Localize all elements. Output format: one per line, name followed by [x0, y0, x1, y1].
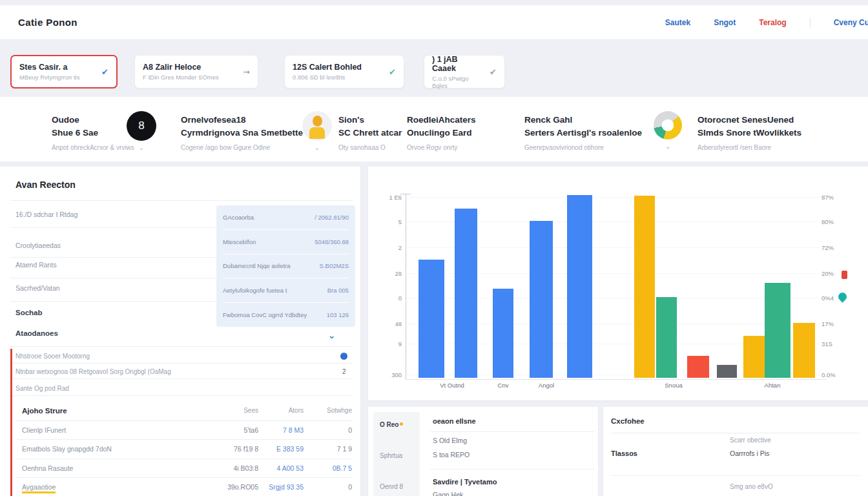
bottom-mid-sidebar-item-3[interactable]: Oenrd 8	[380, 483, 403, 490]
field-row-1[interactable]: 16./D sdchar I Rtdag	[16, 211, 78, 218]
stat-card-3[interactable]: 12S Calert Bohled0.806 SD bl lesrBts✔	[284, 55, 404, 88]
top-bar: Catie Ponon SautekSngotTeralogCveny Cuen	[0, 5, 868, 40]
table-cell: 39o.RO05	[213, 483, 258, 491]
table-row-name[interactable]: Ematbols Slay gnapgdd 7doN	[22, 445, 112, 453]
bottom-mid-row-title: oeaon ellsne	[433, 417, 476, 425]
stat-card-subtitle: C.o.0 sPwtgo Bqles	[432, 75, 483, 89]
y-axis-tick: 28	[375, 270, 402, 277]
chart-bar-1	[418, 260, 444, 378]
field-divider	[10, 257, 216, 258]
feature-title: Ornelvofesea18	[181, 114, 303, 127]
field-row-2[interactable]: Croolytiaeedas	[16, 242, 61, 249]
section-divider	[10, 346, 353, 347]
summary-row-3: Dubamecntl Njqe aoletraS.B02M2S	[223, 254, 349, 279]
info-dot-icon[interactable]	[340, 353, 347, 360]
yellow-dot-icon	[400, 422, 403, 426]
chart-bar-10	[743, 336, 765, 378]
summary-value: 5048/360.88	[315, 238, 349, 245]
summary-label: Fwbomoa CovC ogrrd Ydbdtey	[223, 311, 307, 318]
summary-value: S.B02M2S	[320, 262, 349, 269]
feature-title: Oudoe	[52, 114, 134, 127]
right-axis-tick: 0.0%	[822, 371, 836, 378]
mini-caret-icon: ⌄	[302, 145, 332, 151]
bottom-mid-divider	[430, 431, 594, 432]
feature-item-9: Otorocnet SenesUenedSlmds Snore tWovlikk…	[698, 114, 801, 151]
table-row-divider	[16, 439, 353, 440]
feature-title: Serters Aertisgl's rsoalenloe	[524, 127, 642, 140]
person-icon-body	[302, 111, 332, 141]
field-divider	[10, 227, 216, 228]
pie-chart-icon: ⌄	[654, 111, 682, 150]
feature-title: Renck Gahl	[524, 114, 642, 127]
bottom-mid-row-line: S Old Elmg	[433, 437, 467, 444]
person-torso	[309, 127, 325, 139]
bottom-mid-sidebar-item-2[interactable]: Sphrtua	[380, 452, 402, 459]
extra-row-2[interactable]: Ntnbar wetxognoa 08 Retgoavol Sorg Ongbg…	[16, 368, 171, 375]
table-cell: Srgjd 93 35	[258, 483, 304, 491]
feature-title: Sion's	[338, 114, 402, 127]
stat-card-text: ) 1 jAB CaaekC.o.0 sPwtgo Bqles	[432, 55, 483, 89]
field-row-3[interactable]: Ataend Rants	[16, 261, 57, 269]
stat-card-title: Stes Casir. a	[19, 63, 79, 72]
field-divider	[10, 301, 216, 302]
legend-red-marker	[842, 271, 847, 279]
table-cell: 0	[307, 426, 352, 434]
extra-row-3[interactable]: Sante Og pod Rad	[16, 385, 69, 392]
y-axis-tick: 48	[375, 320, 402, 327]
y-axis-tick: 0	[375, 294, 402, 302]
nav-links: SautekSngotTeralogCveny Cuen	[665, 17, 868, 28]
table-row-divider	[16, 459, 353, 459]
bottom-mid-panel: O ReoSphrtuaOenrd 8 oeaon ellsneS Old El…	[368, 407, 598, 496]
extra-row-badge: 2	[342, 368, 346, 375]
feature-item-6: RoedleiAhcatersOnuclingo EardOrvoe Rogv …	[407, 114, 476, 151]
summary-value: / 2062.81/90	[315, 214, 349, 221]
share-icon: ⇝	[243, 67, 250, 77]
field-row-6[interactable]: Ataodanoes	[16, 329, 58, 337]
stat-card-1[interactable]: Stes Casir. aMBeuy Rvtymgrron tis✔	[10, 55, 118, 88]
y-axis-tick: 300	[375, 371, 402, 378]
field-row-4[interactable]: Sacrhed/Vatan	[16, 284, 60, 292]
nav-link-4[interactable]: Cveny Cuen	[834, 18, 868, 27]
nav-link-3[interactable]: Teralog	[759, 18, 786, 27]
nav-link-1[interactable]: Sautek	[665, 18, 690, 27]
chart-bar-5	[567, 195, 592, 378]
table-cell: 7 1 9	[307, 445, 352, 453]
summary-row-1: GAcoaorba/ 2062.81/90	[223, 205, 349, 230]
table-row-divider	[16, 477, 353, 478]
summary-value: 103 126	[327, 311, 349, 318]
right-axis-tick: 87%	[822, 194, 834, 201]
stat-card-subtitle: 0.806 SD bl lesrBts	[293, 74, 362, 81]
table-row-name[interactable]: Aygaaotioe	[22, 483, 56, 491]
bottom-right-value-1: Scarr obective	[730, 437, 771, 444]
table-title: Ajoho Strure	[22, 407, 67, 415]
bottom-right-panel: Cxcfohee Tlassos Scarr obective Oarrrofs…	[603, 407, 868, 496]
chart-bar-11	[765, 283, 790, 378]
bottom-right-footer: Smg ano e8vO	[730, 483, 773, 490]
table-row-name[interactable]: Oenhna Rasaute	[22, 464, 73, 472]
bottom-mid-sidebar-item-1[interactable]: O Reo	[380, 421, 403, 428]
stat-card-text: A8 Zalir HeloceF tDin Gres Monder SOmes	[143, 63, 219, 81]
chart-bar-9	[717, 365, 737, 378]
table-column-1: Sees	[213, 407, 258, 414]
red-accent-line	[10, 349, 12, 496]
feature-item-7: Renck GahlSerters Aertisgl's rsoalenloeG…	[524, 114, 642, 151]
left-panel-title: Avan Reecton	[16, 180, 76, 190]
legend-teal-pin-icon	[836, 291, 848, 302]
extra-row-1[interactable]: Nhstrooe Sooer Mootorng	[16, 353, 90, 360]
bottom-right-row-label: Tlassos	[611, 450, 637, 457]
right-axis-tick: 80%	[822, 218, 834, 225]
chart-bar-12	[793, 323, 815, 378]
feature-title: Otorocnet SenesUened	[698, 114, 801, 127]
stat-card-2[interactable]: A8 Zalir HeloceF tDin Gres Monder SOmes⇝	[134, 55, 258, 88]
bottom-right-value-2: Oarrrofs i Pis	[730, 450, 769, 457]
stat-card-title: ) 1 jAB Caaek	[432, 55, 483, 73]
nav-link-2[interactable]: Sngot	[714, 18, 736, 27]
stat-card-text: Stes Casir. aMBeuy Rvtymgrron tis	[19, 63, 79, 81]
table-cell: 4 A00 53	[258, 464, 304, 472]
table-cell: 7 8 M3	[258, 426, 304, 434]
stat-card-4[interactable]: ) 1 jAB CaaekC.o.0 sPwtgo Bqles✔	[424, 55, 505, 88]
field-row-5[interactable]: Sochab	[16, 309, 43, 316]
chevron-down-icon[interactable]: ⌄	[328, 331, 335, 340]
feature-item-5: Sion'sSC Chrett atcarOty sanohaaa O	[338, 114, 402, 151]
table-row-name[interactable]: Clienlp IFunert	[22, 426, 66, 434]
